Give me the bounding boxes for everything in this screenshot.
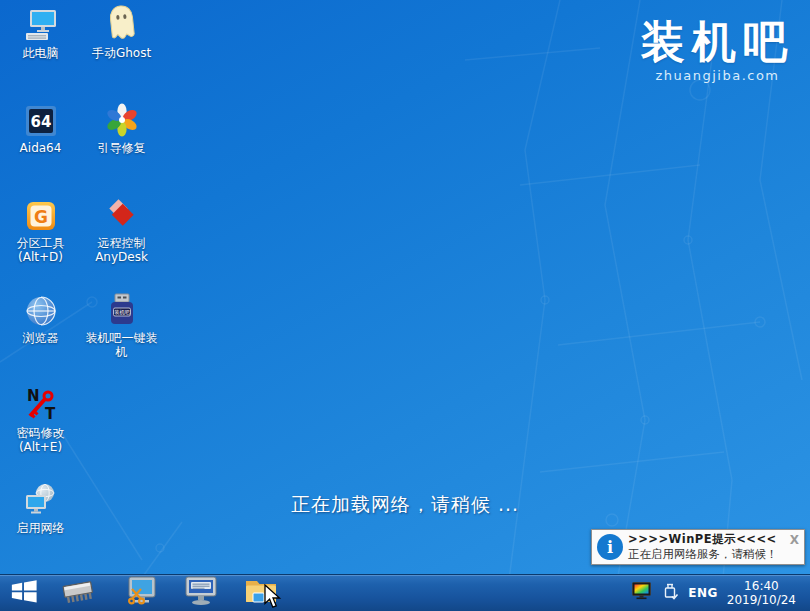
icon-label: 浏览器 [23,331,59,345]
language-indicator[interactable]: ENG [688,586,718,600]
screenshot-monitor-icon [124,575,160,611]
taskbar-explorer-button[interactable] [240,576,282,610]
nt-password-key-icon: N T [23,385,59,423]
toast-title: >>>>WinPE提示<<<< [628,532,777,547]
display-settings-tray-icon[interactable] [631,581,652,605]
desktop-icon-partition-tool[interactable]: G 分区工具 (Alt+D) [1,195,81,290]
computer-icon [23,5,59,43]
desktop-icon-anydesk[interactable]: 远程控制 AnyDesk [82,195,162,290]
loading-message: 正在加载网络，请稍候 ... [0,492,810,518]
icon-label: 启用网络 [17,521,65,535]
desktop-icon-grid: 此电脑 手动Ghost 64 Aida64 [0,5,162,575]
ghost-icon [103,5,141,43]
aida64-icon: 64 [24,100,58,138]
start-button[interactable] [2,576,46,610]
system-tray: ENG 16:40 2019/10/24 [631,579,810,607]
brand-logo: 装机吧 zhuangjiba.com [641,16,794,83]
toast-text: >>>>WinPE提示<<<< X 正在启用网络服务，请稍候！ [628,532,804,562]
brand-logo-text: 装机吧 [641,16,794,68]
usb-drive-icon: 装机吧 [105,290,139,328]
nt-n-glyph: N [27,387,40,405]
desktop-icon-one-click-install[interactable]: 装机吧 装机吧一键装机 [82,290,162,385]
desktop-icon-boot-repair[interactable]: 引导修复 [82,100,162,195]
icon-label: 此电脑 [23,46,59,60]
nt-t-glyph: T [45,405,56,423]
taskbar-pe-tools-button[interactable] [178,576,222,610]
toast-message: 正在启用网络服务，请稍候！ [628,547,799,562]
taskbar-ram-tool-button[interactable] [58,576,98,610]
tray-date: 2019/10/24 [727,593,796,607]
taskbar-screenshot-button[interactable] [122,576,162,610]
desktop-icon-aida64[interactable]: 64 Aida64 [1,100,81,195]
anydesk-diamond-icon [104,195,140,233]
info-icon: i [597,534,623,560]
icon-label: 手动Ghost [92,46,151,60]
tray-time: 16:40 [744,579,779,593]
taskbar: ENG 16:40 2019/10/24 [0,574,810,611]
pinwheel-flower-icon [104,100,140,138]
usb-label-glyph: 装机吧 [114,309,130,315]
icon-label: 远程控制 AnyDesk [83,236,161,264]
desktop-icon-this-pc[interactable]: 此电脑 [1,5,81,100]
desktop-icon-browser[interactable]: 浏览器 [1,290,81,385]
keyboard-monitor-icon [180,575,220,611]
icon-label: 引导修复 [98,141,146,155]
icon-label: 分区工具 (Alt+D) [2,236,80,264]
icon-label: 装机吧一键装机 [83,331,161,359]
windows-logo-icon [9,577,39,609]
diskgenius-icon: G [24,195,58,233]
folder-icon [243,576,279,610]
winpe-toast: i >>>>WinPE提示<<<< X 正在启用网络服务，请稍候！ [591,529,805,565]
winpe-desktop: { "brand": { "logo_text": "装机吧", "websit… [0,0,810,611]
taskbar-clock[interactable]: 16:40 2019/10/24 [727,579,796,607]
globe-icon [24,290,58,328]
toast-close-button[interactable]: X [786,533,799,547]
aida64-glyph: 64 [30,113,51,131]
usb-device-tray-icon[interactable] [661,581,679,605]
desktop-icon-manual-ghost[interactable]: 手动Ghost [82,5,162,100]
icon-label: Aida64 [20,141,62,155]
diskgenius-glyph: G [34,207,48,227]
desktop-icon-password-reset[interactable]: N T 密码修改 (Alt+E) [1,385,81,480]
icon-label: 密码修改 (Alt+E) [2,426,80,454]
brand-website: zhuangjiba.com [641,68,794,83]
ram-chip-icon [59,576,97,610]
